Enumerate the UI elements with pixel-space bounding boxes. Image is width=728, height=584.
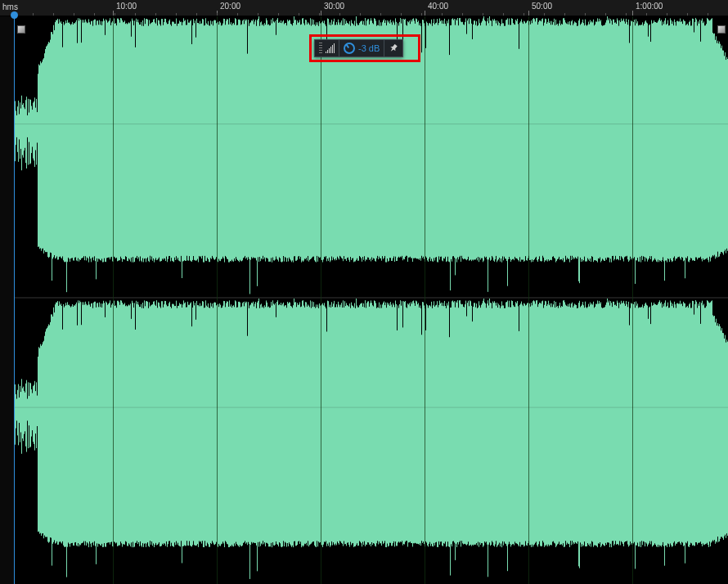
track-gutter <box>0 16 15 584</box>
playhead-line <box>14 16 15 584</box>
playhead-marker[interactable] <box>11 11 18 19</box>
tracks-area[interactable] <box>15 16 728 584</box>
audio-editor: hms 10:0020:0030:0040:0050:001:00:00 <box>0 0 728 584</box>
pin-icon <box>389 43 398 53</box>
waveform-channel-right[interactable] <box>15 299 728 584</box>
ruler-units-label: hms <box>2 2 18 11</box>
volume-bars-icon <box>326 43 335 53</box>
fade-in-handle[interactable] <box>17 25 25 34</box>
waveform-channel-left[interactable] <box>15 16 728 299</box>
hud-volume-control[interactable]: -3 dB <box>339 40 384 56</box>
volume-hud[interactable]: -3 dB <box>314 39 403 57</box>
timeline-ruler[interactable]: hms 10:0020:0030:0040:0050:001:00:00 <box>0 0 728 16</box>
grip-icon <box>319 43 322 54</box>
volume-knob-icon[interactable] <box>344 43 355 54</box>
hud-drag-handle[interactable] <box>315 40 339 56</box>
volume-value: -3 dB <box>358 43 380 53</box>
hud-pin-button[interactable] <box>384 40 402 56</box>
fade-out-handle[interactable] <box>717 25 726 34</box>
